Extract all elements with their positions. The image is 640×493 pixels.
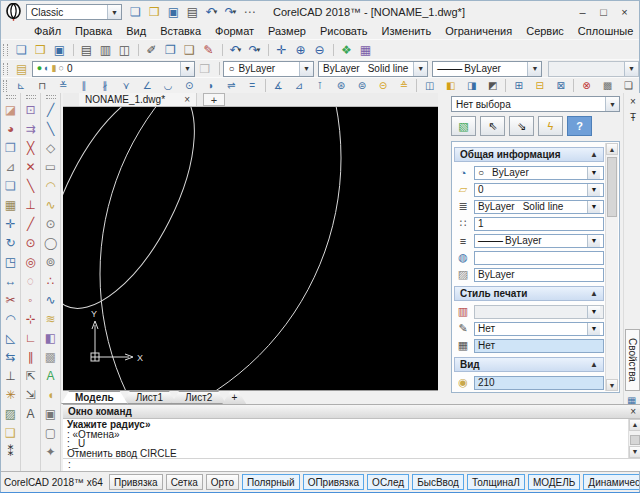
tool-button[interactable]: ◠ xyxy=(1,309,20,328)
tool-button[interactable]: ∟ xyxy=(21,328,40,347)
tool-button[interactable]: ◦ xyxy=(21,290,40,309)
constraint-button[interactable]: = xyxy=(242,79,263,93)
chevron-down-icon[interactable]: ▾ xyxy=(257,46,261,54)
menu-item[interactable]: Вид xyxy=(119,25,153,37)
tool-button[interactable]: ⊥ xyxy=(21,195,40,214)
collapse-icon[interactable]: ▲ xyxy=(590,360,598,369)
dim-constraint-button[interactable]: ⊿ xyxy=(288,79,309,93)
toolbar-drag-handle[interactable] xyxy=(3,63,8,75)
transparency-field[interactable]: ByLayer xyxy=(474,268,604,282)
toolbar-button[interactable]: ❐ ▾ xyxy=(161,42,180,58)
tool-button[interactable]: ▢ xyxy=(41,423,60,442)
toolbar-drag-handle[interactable] xyxy=(46,95,56,99)
constraint-button[interactable]: ⊙ xyxy=(179,79,200,93)
chevron-down-icon[interactable]: ▼ xyxy=(587,167,600,179)
command-prompt[interactable]: : xyxy=(63,458,640,470)
tool-button[interactable]: ∥ xyxy=(21,347,40,366)
linestyle-selector[interactable]: ByLayer Solid line ▼ xyxy=(318,61,428,77)
panel-pin-icon[interactable]: Ŧ xyxy=(627,112,639,123)
toolbar-button[interactable]: ◫ ▾ xyxy=(115,42,134,58)
lineweight-field[interactable]: ——— ByLayer ▼ xyxy=(474,234,604,248)
tool-button[interactable]: ◳ xyxy=(1,252,20,271)
quick-select-button[interactable]: ϟ xyxy=(538,116,563,136)
constraint-display-button[interactable]: ◫ xyxy=(419,79,440,93)
tool-button[interactable]: ∴ xyxy=(41,271,60,290)
dim-constraint-button[interactable]: ∡ xyxy=(267,79,288,93)
tool-button[interactable]: ✳ xyxy=(1,385,20,404)
new-tab-button[interactable]: + xyxy=(203,93,225,106)
tool-button[interactable]: ╱ xyxy=(21,214,40,233)
toolbar-button[interactable]: ▦ ▾ xyxy=(356,42,375,58)
tool-button[interactable]: ∿ xyxy=(41,290,60,309)
collapse-icon[interactable]: ▲ xyxy=(590,150,598,159)
tool-button[interactable]: ⇲ xyxy=(21,385,40,404)
tool-button[interactable]: ╲ xyxy=(41,119,60,138)
chevron-down-icon[interactable]: ▼ xyxy=(587,235,600,247)
drawn-ellipse[interactable] xyxy=(63,107,225,330)
menu-item[interactable]: Сплошные xyxy=(571,25,640,37)
print-style-assigned-field[interactable]: Нет xyxy=(474,339,604,353)
document-tab[interactable]: NONAME_1.dwg* × xyxy=(79,93,197,106)
tool-button[interactable]: ✛ xyxy=(1,214,20,233)
status-toggle-button[interactable]: ОПривязка xyxy=(303,474,364,490)
tool-button[interactable]: ▣ xyxy=(41,404,60,423)
constraint-manage-button[interactable]: ❏ xyxy=(618,79,639,93)
tool-button[interactable]: ⊙ xyxy=(41,214,60,233)
sheet-tab[interactable]: Модель xyxy=(61,391,128,404)
chevron-down-icon[interactable]: ▼ xyxy=(605,97,619,111)
tool-button[interactable]: ⊚ xyxy=(41,252,60,271)
qat-button[interactable]: ❒ ▾ xyxy=(145,3,164,21)
status-toggle-button[interactable]: Орто xyxy=(206,474,239,490)
tool-button[interactable]: ◕ xyxy=(1,119,20,138)
tool-button[interactable]: ∿ xyxy=(41,195,60,214)
menu-item[interactable]: Сервис xyxy=(519,25,571,37)
constraint-button[interactable]: ⊓ xyxy=(32,79,53,93)
toolbar-button[interactable]: ✐ ▾ xyxy=(142,42,161,58)
toolbar-button[interactable]: ▥ ▾ xyxy=(96,42,115,58)
tool-button[interactable]: ⊿ xyxy=(1,157,20,176)
tool-button[interactable]: ◇ xyxy=(41,138,60,157)
scrollbar-thumb[interactable] xyxy=(630,435,640,445)
chevron-down-icon[interactable]: ▼ xyxy=(587,184,600,196)
toolbar-button[interactable]: ▤ ▾ xyxy=(77,42,96,58)
tool-button[interactable]: ◧ xyxy=(41,328,60,347)
section-general[interactable]: Общая информация ▲ xyxy=(454,147,604,162)
collapse-icon[interactable]: ▲ xyxy=(590,289,598,298)
scrollbar-thumb[interactable] xyxy=(607,157,617,217)
constraint-display-button[interactable]: ◧ xyxy=(440,79,461,93)
chevron-down-icon[interactable]: ▾ xyxy=(233,8,237,16)
qat-button[interactable]: ↷ ▾ xyxy=(221,3,240,21)
scroll-down-icon[interactable]: ▼ xyxy=(629,446,640,458)
toolbar-drag-handle[interactable] xyxy=(6,95,16,99)
dim-constraint-button[interactable]: ⊝ xyxy=(372,79,393,93)
toolbar-button[interactable]: ✎ ▾ xyxy=(199,42,218,58)
sheet-tab[interactable]: Лист2 xyxy=(171,391,226,404)
tool-button[interactable]: ❐ xyxy=(1,138,20,157)
tool-button[interactable]: ◪ xyxy=(1,100,20,119)
tool-button[interactable]: ◌ xyxy=(21,271,40,290)
command-window-header[interactable]: Окно команд × xyxy=(63,405,640,419)
toolbar-drag-handle[interactable] xyxy=(26,95,36,99)
toolbar-button[interactable]: ▣ ▾ xyxy=(50,42,69,58)
constraint-button[interactable]: ∦ xyxy=(95,79,116,93)
select-entities-button[interactable]: ▧ xyxy=(451,116,476,136)
properties-panel-tab[interactable]: Свойства xyxy=(625,329,640,391)
tool-button[interactable]: ⇉ xyxy=(21,119,40,138)
toolbar-button[interactable]: ❒ ▾ xyxy=(31,42,50,58)
tool-button[interactable]: ▩ xyxy=(41,347,60,366)
toolbar-button[interactable]: ⊖ ▾ xyxy=(310,42,329,58)
tool-button[interactable]: ◎ xyxy=(21,252,40,271)
tool-button[interactable]: A xyxy=(21,404,40,423)
tool-button[interactable]: ⁑ xyxy=(1,442,20,461)
toolbar-drag-handle[interactable] xyxy=(3,80,7,92)
status-toggle-button[interactable]: БысВвод xyxy=(412,474,464,490)
toolbar-button[interactable]: ▾ xyxy=(264,42,272,58)
status-toggle-button[interactable]: Динамическая ПСК xyxy=(583,474,639,490)
layer-selector[interactable]: ●◐▮○ 0 ▼ xyxy=(32,61,195,77)
tool-button[interactable]: ╱ xyxy=(41,100,60,119)
sheet-tab[interactable]: Лист1 xyxy=(122,391,177,404)
tool-button[interactable]: ❑ xyxy=(1,423,20,442)
constraint-manage-button[interactable]: ▩ xyxy=(597,79,618,93)
constraint-tool-button[interactable]: ⊠ xyxy=(550,79,571,93)
tool-button[interactable]: ⊥ xyxy=(1,366,20,385)
